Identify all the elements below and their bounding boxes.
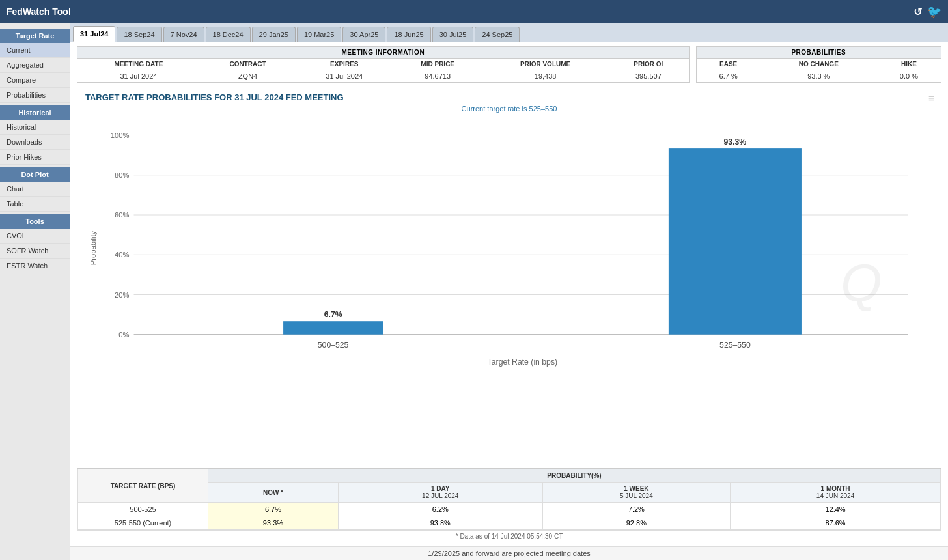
no-change-val: 93.3 % — [760, 70, 877, 83]
tab-30apr25[interactable]: 30 Apr25 — [342, 27, 385, 42]
col-mid-price: MID PRICE — [393, 59, 482, 70]
svg-text:500–525: 500–525 — [318, 341, 349, 350]
prob-section: TARGET RATE (BPS) PROBABILITY(%) NOW * 1… — [77, 468, 941, 542]
sidebar-item-chart[interactable]: Chart — [0, 182, 70, 197]
rate-label-525-550: 525-550 (Current) — [78, 516, 208, 530]
tab-18jun25[interactable]: 18 Jun25 — [387, 27, 430, 42]
app: FedWatch Tool ↺ 🐦 Target Rate Current Ag… — [0, 0, 948, 560]
col-prior-oi: PRIOR OI — [608, 59, 688, 70]
sidebar-item-sofr-watch[interactable]: SOFR Watch — [0, 244, 70, 259]
prob-table: TARGET RATE (BPS) PROBABILITY(%) NOW * 1… — [77, 469, 941, 530]
chart-title: TARGET RATE PROBABILITIES FOR 31 JUL 202… — [77, 87, 941, 105]
sidebar-section-historical[interactable]: Historical — [0, 105, 70, 120]
now-525-550: 93.3% — [208, 516, 339, 530]
svg-text:0%: 0% — [118, 331, 129, 339]
refresh-icon[interactable]: ↺ — [913, 6, 922, 18]
col-no-change: NO CHANGE — [760, 59, 877, 70]
prob-row-525-550: 525-550 (Current) 93.3% 93.8% 92.8% 87.6… — [78, 516, 941, 530]
sidebar-item-aggregated[interactable]: Aggregated — [0, 58, 70, 73]
1week-525-550: 92.8% — [542, 516, 731, 530]
topbar: FedWatch Tool ↺ 🐦 — [0, 0, 948, 23]
svg-text:Probability: Probability — [89, 231, 97, 265]
svg-text:40%: 40% — [115, 251, 129, 259]
col-1week: 1 WEEK 5 JUL 2024 — [542, 483, 731, 503]
sidebar-item-cvol[interactable]: CVOL — [0, 229, 70, 244]
chart-section: TARGET RATE PROBABILITIES FOR 31 JUL 202… — [77, 87, 941, 464]
probabilities-table: EASE NO CHANGE HIKE 6.7 % 93.3 % 0.0 % — [697, 59, 941, 82]
svg-text:80%: 80% — [115, 171, 129, 179]
sidebar-item-prior-hikes[interactable]: Prior Hikes — [0, 150, 70, 165]
col-hike: HIKE — [877, 59, 941, 70]
col-ease: EASE — [697, 59, 760, 70]
tab-bar: 31 Jul24 18 Sep24 7 Nov24 18 Dec24 29 Ja… — [70, 23, 948, 42]
meeting-info-table: MEETING DATE CONTRACT EXPIRES MID PRICE … — [77, 59, 689, 82]
svg-text:60%: 60% — [115, 211, 129, 219]
svg-text:100%: 100% — [111, 132, 130, 139]
tab-24sep25[interactable]: 24 Sep25 — [475, 27, 520, 42]
app-title: FedWatch Tool — [7, 7, 71, 17]
tab-29jan25[interactable]: 29 Jan25 — [252, 27, 296, 42]
bottom-note: 1/29/2025 and forward are projected meet… — [70, 546, 948, 560]
tab-31jul24[interactable]: 31 Jul24 — [73, 26, 115, 42]
sidebar: Target Rate Current Aggregated Compare P… — [0, 23, 70, 560]
1day-500-525: 6.2% — [338, 503, 542, 516]
mid-price-val: 94.6713 — [393, 70, 482, 83]
main-layout: Target Rate Current Aggregated Compare P… — [0, 23, 948, 560]
topbar-icons: ↺ 🐦 — [913, 5, 941, 19]
sidebar-item-downloads[interactable]: Downloads — [0, 135, 70, 150]
col-meeting-date: MEETING DATE — [77, 59, 200, 70]
prior-volume-val: 19,438 — [482, 70, 608, 83]
probabilities-box: PROBABILITIES EASE NO CHANGE HIKE 6.7 % — [696, 46, 941, 83]
prob-footnote: * Data as of 14 Jul 2024 05:54:30 CT — [77, 530, 941, 542]
expires-val: 31 Jul 2024 — [296, 70, 393, 83]
sidebar-section-dot-plot[interactable]: Dot Plot — [0, 167, 70, 182]
svg-text:525–550: 525–550 — [719, 341, 751, 350]
tab-19mar25[interactable]: 19 Mar25 — [297, 27, 341, 42]
meeting-info-header: MEETING INFORMATION — [77, 47, 689, 59]
col-1day: 1 DAY 12 JUL 2024 — [338, 483, 542, 503]
chart-subtitle: Current target rate is 525–550 — [77, 105, 941, 115]
svg-text:20%: 20% — [115, 291, 129, 299]
col-now: NOW * — [208, 483, 339, 503]
sidebar-item-current[interactable]: Current — [0, 43, 70, 58]
1week-500-525: 7.2% — [542, 503, 731, 516]
chart-menu-icon[interactable]: ≡ — [928, 92, 934, 104]
contract-val: ZQN4 — [200, 70, 296, 83]
sidebar-item-historical[interactable]: Historical — [0, 120, 70, 135]
tab-7nov24[interactable]: 7 Nov24 — [163, 27, 204, 42]
svg-text:Target Rate (in bps): Target Rate (in bps) — [488, 357, 557, 367]
tab-18sep24[interactable]: 18 Sep24 — [117, 27, 161, 42]
col-1month: 1 MONTH 14 JUN 2024 — [731, 483, 941, 503]
tab-18dec24[interactable]: 18 Dec24 — [206, 27, 251, 42]
1day-525-550: 93.8% — [338, 516, 542, 530]
sidebar-section-target-rate[interactable]: Target Rate — [0, 29, 70, 43]
prior-oi-val: 395,507 — [608, 70, 688, 83]
sidebar-item-compare[interactable]: Compare — [0, 73, 70, 88]
sidebar-item-estr-watch[interactable]: ESTR Watch — [0, 259, 70, 273]
tab-30jul25[interactable]: 30 Jul25 — [432, 27, 474, 42]
sidebar-item-probabilities[interactable]: Probabilities — [0, 88, 70, 103]
probabilities-row: 6.7 % 93.3 % 0.0 % — [697, 70, 941, 83]
prob-row-500-525: 500-525 6.7% 6.2% 7.2% 12.4% — [78, 503, 941, 516]
twitter-icon[interactable]: 🐦 — [927, 5, 941, 19]
meeting-section: MEETING INFORMATION MEETING DATE CONTRAC… — [70, 42, 948, 87]
rate-label-500-525: 500-525 — [78, 503, 208, 516]
probabilities-header: PROBABILITIES — [697, 47, 941, 59]
meeting-date-val: 31 Jul 2024 — [77, 70, 200, 83]
col-expires: EXPIRES — [296, 59, 393, 70]
col-prior-volume: PRIOR VOLUME — [482, 59, 608, 70]
svg-text:93.3%: 93.3% — [724, 137, 747, 147]
prob-section-title: PROBABILITY(%) — [208, 469, 941, 483]
sidebar-item-table[interactable]: Table — [0, 197, 70, 212]
prob-table-left-header: TARGET RATE (BPS) — [78, 469, 208, 503]
hike-val: 0.0 % — [877, 70, 941, 83]
col-contract: CONTRACT — [200, 59, 296, 70]
svg-text:6.7%: 6.7% — [324, 310, 342, 319]
ease-val: 6.7 % — [697, 70, 760, 83]
bar-500-525 — [283, 321, 383, 335]
sidebar-section-tools[interactable]: Tools — [0, 214, 70, 229]
meeting-info-row: 31 Jul 2024 ZQN4 31 Jul 2024 94.6713 19,… — [77, 70, 689, 83]
1month-500-525: 12.4% — [731, 503, 941, 516]
meeting-info-box: MEETING INFORMATION MEETING DATE CONTRAC… — [77, 46, 690, 83]
svg-text:Q: Q — [841, 253, 882, 313]
